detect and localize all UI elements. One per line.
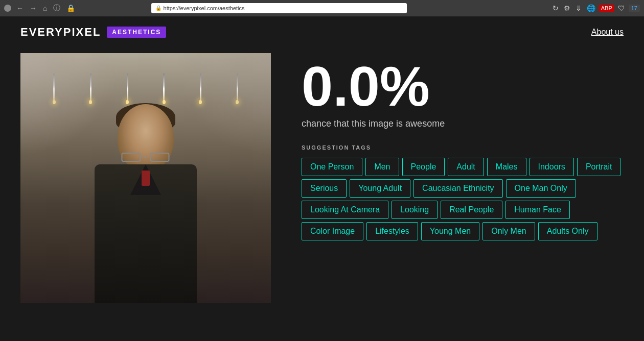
forward-icon[interactable]: →	[28, 3, 39, 13]
browser-nav-area: ← → ⌂ ⓘ 🔒	[14, 3, 77, 14]
blur-top-right	[169, 53, 271, 155]
score-subtitle: chance that this image is awesome	[302, 118, 624, 129]
person-tie	[142, 170, 150, 186]
browser-right-tools: ↻ ⚙ ⇓ 🌐 ABP 🛡 17	[551, 3, 640, 13]
tag-item[interactable]: Lifestyles	[366, 222, 418, 240]
browser-btn-1	[4, 5, 11, 12]
tag-item[interactable]: Men	[365, 158, 399, 176]
score-percentage: 0.0%	[302, 58, 624, 114]
ext-icon-2[interactable]: 🛡	[616, 3, 627, 13]
tag-item[interactable]: Serious	[302, 179, 347, 198]
person-head	[118, 104, 174, 170]
person-glasses	[122, 153, 170, 164]
tag-item[interactable]: Portrait	[577, 158, 621, 176]
tag-item[interactable]: Adults Only	[538, 222, 597, 240]
blur-top-left	[20, 53, 123, 155]
uploaded-image	[20, 53, 271, 303]
site-header: EVERYPIXEL AESTHETICS About us	[0, 16, 644, 48]
globe-icon[interactable]: 🌐	[585, 3, 597, 13]
ext-icon-3[interactable]: 17	[629, 5, 640, 12]
about-us-link[interactable]: About us	[591, 28, 624, 37]
refresh-icon[interactable]: ↻	[551, 3, 560, 13]
browser-chrome: ← → ⌂ ⓘ 🔒 🔒 https://everypixel.com/aesth…	[0, 0, 644, 16]
tag-item[interactable]: Indoors	[530, 158, 574, 176]
download-icon[interactable]: ⇓	[574, 3, 583, 13]
tag-item[interactable]: People	[402, 158, 445, 176]
info-icon[interactable]: ⓘ	[51, 3, 62, 14]
settings-icon[interactable]: ⚙	[562, 3, 572, 13]
tag-item[interactable]: Caucasian Ethnicity	[413, 179, 503, 198]
glasses-left	[122, 153, 141, 162]
tag-item[interactable]: Adult	[448, 158, 484, 176]
glasses-bridge	[144, 157, 148, 158]
image-area	[20, 53, 271, 303]
tag-item[interactable]: Young Men	[421, 222, 479, 240]
logo-text[interactable]: EVERYPIXEL	[20, 26, 101, 39]
ext-icon-1[interactable]: ABP	[599, 5, 614, 12]
tag-item[interactable]: Looking At Camera	[302, 201, 388, 219]
glasses-right	[150, 153, 170, 162]
right-panel: 0.0% chance that this image is awesome S…	[302, 53, 624, 303]
tag-item[interactable]: Young Adult	[350, 179, 410, 198]
photo-background	[20, 53, 271, 303]
logo-area: EVERYPIXEL AESTHETICS	[20, 26, 166, 39]
lock-icon: 🔒	[64, 3, 77, 13]
suggestion-tags-label: SUGGESTION TAGS	[302, 144, 624, 151]
tag-item[interactable]: Human Face	[505, 201, 570, 219]
main-content: 0.0% chance that this image is awesome S…	[0, 48, 644, 308]
tags-container: One PersonMenPeopleAdultMalesIndoorsPort…	[302, 158, 624, 240]
back-icon[interactable]: ←	[14, 3, 26, 13]
tag-item[interactable]: Males	[487, 158, 526, 176]
url-text: https://everypixel.com/aesthetics	[164, 5, 245, 11]
tag-item[interactable]: Looking	[392, 201, 438, 219]
tag-item[interactable]: One Person	[302, 158, 362, 176]
aesthetics-badge[interactable]: AESTHETICS	[107, 27, 166, 38]
url-bar[interactable]: 🔒 https://everypixel.com/aesthetics	[151, 3, 407, 13]
tag-item[interactable]: One Man Only	[506, 179, 576, 198]
ssl-lock: 🔒	[155, 5, 162, 11]
tag-item[interactable]: Color Image	[302, 222, 363, 240]
tag-item[interactable]: Real People	[441, 201, 502, 219]
tag-item[interactable]: Only Men	[482, 222, 535, 240]
home-icon[interactable]: ⌂	[41, 3, 49, 13]
